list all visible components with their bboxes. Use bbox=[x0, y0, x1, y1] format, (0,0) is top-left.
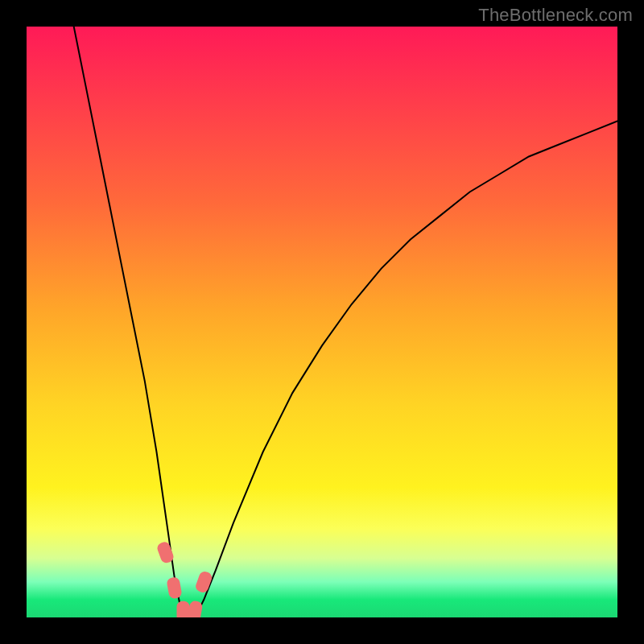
plot-area bbox=[27, 27, 617, 617]
bottleneck-curve bbox=[74, 27, 617, 617]
markers-group bbox=[156, 540, 214, 617]
curve-marker bbox=[194, 570, 213, 594]
chart-frame: TheBottleneck.com bbox=[0, 0, 644, 644]
curve-marker bbox=[187, 601, 203, 617]
curve-svg bbox=[27, 27, 617, 617]
watermark-text: TheBottleneck.com bbox=[478, 5, 633, 26]
curve-marker bbox=[166, 576, 182, 599]
curve-marker bbox=[177, 601, 190, 617]
